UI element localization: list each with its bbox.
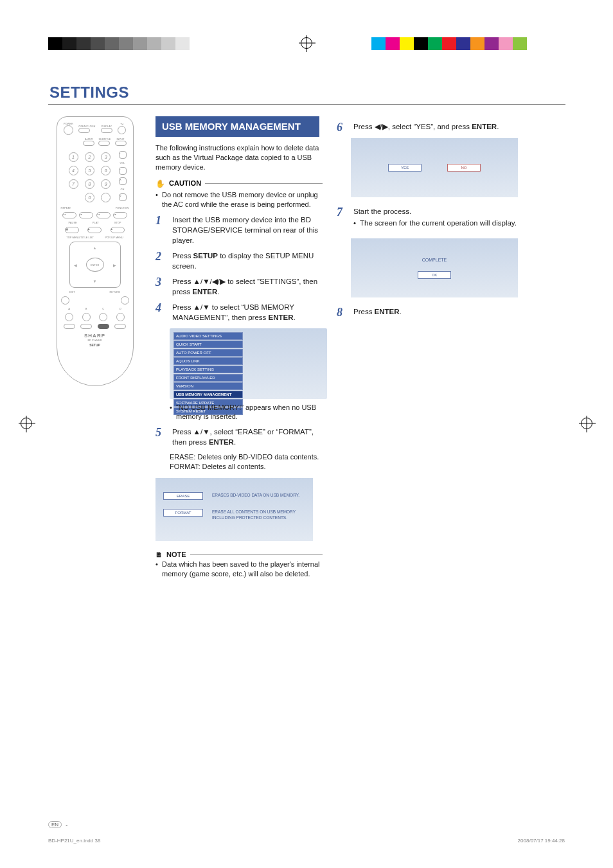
registration-mark-left [21,418,32,429]
grayscale-bars [48,37,190,50]
enter-button: ENTER [86,258,104,272]
dpad: ▲ ▼ ◀ ▶ ENTER [69,242,121,288]
ok-option: OK [418,271,451,279]
language-badge: EN [48,821,62,828]
no-option: NO [447,164,481,172]
step-8: 8 Press ENTER. [337,306,523,318]
setup-button [98,324,109,329]
intro-text: The following instructions explain how t… [155,143,323,172]
step-4: 4 Press ▲/▼ to select “USB MEMORY MANAGE… [155,302,323,323]
erase-option: ERASE [163,492,203,500]
menu-item: FRONT DISPLAY/LED [173,374,243,382]
menu-item: AUDIO VIDEO SETTINGS [173,332,243,340]
color-bars [371,37,527,50]
settings-menu-screenshot: AUDIO VIDEO SETTINGSQUICK STARTAUTO POWE… [170,328,327,399]
format-option: FORMAT [163,509,203,517]
erase-format-screenshot: ERASE ERASES BD-VIDEO DATA ON USB MEMORY… [155,478,313,541]
menu-item: PLAYBACK SETTING [173,366,243,373]
hand-icon: ✋ [155,179,165,189]
setup-label: SETUP [89,343,100,347]
registration-mark-top [301,37,312,49]
menu-item: VERSION [173,382,243,390]
timestamp: 2008/07/17 19:44:28 [518,838,565,844]
section-heading: USB MEMORY MANAGEMENT [155,116,319,137]
note-icon [155,550,163,560]
step-7: 7 Start the process. The screen for the … [337,206,523,233]
erase-format-desc: ERASE: Deletes only BD-VIDEO data conten… [170,452,323,472]
menu-item: AQUOS LINK [173,357,243,365]
complete-screenshot: COMPLETE OK [351,238,518,297]
step-3: 3 Press ▲/▼/◀/▶ to select “SETTINGS”, th… [155,276,323,297]
brand-subtitle: BD PLAYER [61,339,129,342]
remote-control-diagram: POWER OPEN/CLOSE DISPLAY TV AUDIO SUBTIT… [57,116,134,386]
no-usb-note: “NO USB MEMORY!” appears when no USB mem… [170,403,323,422]
caution-heading: ✋ CAUTION [155,179,323,189]
page-footer: EN - [48,821,565,828]
title-rule [48,104,565,105]
step-5: 5 Press ▲/▼, select “ERASE” or “FORMAT”,… [155,427,323,447]
note-bullet: Data which has been saved to the player'… [155,560,323,579]
step-1: 1 Insert the USB memory device into the … [155,215,323,245]
caution-bullet: Do not remove the USB memory device or u… [155,190,323,209]
brand-logo: SHARP [61,333,129,339]
menu-item: QUICK START [173,341,243,348]
step-6: 6 Press ◀/▶, select “YES”, and press ENT… [337,121,523,133]
yes-no-screenshot: YES NO [351,138,518,197]
source-file: BD-HP21U_en.indd 38 [48,838,100,844]
complete-label: COMPLETE [422,257,447,263]
registration-mark-right [581,418,592,429]
yes-option: YES [388,164,422,172]
menu-item: USB MEMORY MANAGEMENT [173,391,243,398]
menu-item: AUTO POWER OFF [173,349,243,357]
note-heading: NOTE [155,550,323,560]
imprint-footer: BD-HP21U_en.indd 38 2008/07/17 19:44:28 [48,838,565,844]
page-title: SETTINGS [49,84,565,102]
step-2: 2 Press SETUP to display the SETUP MENU … [155,251,323,271]
